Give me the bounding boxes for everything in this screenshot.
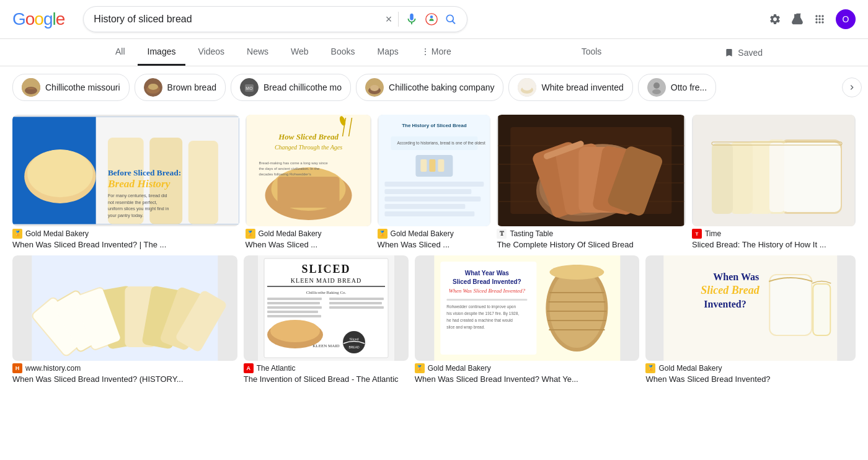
user-avatar[interactable]: O bbox=[836, 9, 856, 29]
chip-label: Chillicothe baking company bbox=[389, 82, 494, 92]
chip-thumb-img bbox=[22, 78, 40, 97]
tab-videos[interactable]: Videos bbox=[188, 39, 234, 66]
svg-rect-25 bbox=[188, 141, 218, 224]
chip-brown-bread[interactable]: Brown bread bbox=[135, 74, 226, 101]
chip-white-bread[interactable]: White bread invented bbox=[508, 74, 632, 101]
image-card-2[interactable]: How Sliced Bread Changed Through the Age… bbox=[246, 115, 371, 249]
divider bbox=[398, 12, 399, 27]
image-row-1: Before Sliced Bread: Bread History For m… bbox=[12, 115, 856, 249]
card-2-title: When Was Sliced ... bbox=[246, 240, 371, 249]
card-5-source: T Time bbox=[692, 229, 856, 239]
svg-rect-104 bbox=[329, 302, 382, 304]
svg-text:When Was Sliced Bread Invented: When Was Sliced Bread Invented? bbox=[448, 288, 525, 294]
image-card-4[interactable]: 𝕋 Tasting Table The Complete History Of … bbox=[497, 115, 686, 249]
svg-text:MO: MO bbox=[246, 86, 253, 91]
labs-button[interactable] bbox=[791, 13, 804, 25]
svg-text:According to historians, bread: According to historians, bread is one of… bbox=[397, 141, 485, 146]
card-image-5 bbox=[692, 115, 856, 226]
card-9-title: When Was Sliced Bread Invented? bbox=[645, 374, 856, 384]
search-input[interactable] bbox=[94, 14, 379, 25]
source-icon-3: 🏅 bbox=[378, 229, 388, 239]
image-card-6[interactable]: H www.history.com When Was Sliced Bread … bbox=[12, 255, 237, 384]
card-image-2: How Sliced Bread Changed Through the Age… bbox=[246, 115, 371, 226]
svg-rect-56 bbox=[384, 211, 474, 216]
image-card-8[interactable]: What Year Was Sliced Bread Invented? Whe… bbox=[415, 255, 640, 384]
tab-news[interactable]: News bbox=[237, 39, 278, 66]
tab-more[interactable]: ⋮ More bbox=[411, 39, 461, 66]
settings-button[interactable] bbox=[769, 13, 781, 25]
svg-point-18 bbox=[652, 89, 661, 94]
svg-rect-52 bbox=[384, 182, 484, 187]
source-name-9: Gold Medal Bakery bbox=[658, 364, 722, 373]
chip-label: Otto fre... bbox=[671, 82, 707, 92]
svg-rect-55 bbox=[384, 204, 465, 209]
image-grid: Before Sliced Bread: Bread History For m… bbox=[0, 108, 868, 390]
clear-icon[interactable]: × bbox=[386, 13, 392, 26]
source-name-8: Gold Medal Bakery bbox=[428, 364, 491, 373]
svg-text:How Sliced Bread: How Sliced Bread bbox=[278, 132, 339, 141]
source-name-1: Gold Medal Bakery bbox=[25, 229, 89, 238]
google-logo[interactable]: Google bbox=[12, 9, 64, 29]
chevron-right-icon bbox=[847, 82, 857, 92]
svg-point-123 bbox=[549, 268, 604, 348]
tab-images[interactable]: Images bbox=[138, 39, 186, 66]
chip-otto[interactable]: Otto fre... bbox=[638, 74, 716, 101]
tab-books[interactable]: Books bbox=[321, 39, 365, 66]
svg-text:decades following Rohwedder's: decades following Rohwedder's bbox=[259, 172, 311, 176]
svg-rect-102 bbox=[267, 315, 321, 317]
svg-rect-49 bbox=[420, 159, 427, 172]
svg-text:The History of Sliced Bread: The History of Sliced Bread bbox=[402, 123, 467, 128]
svg-point-12 bbox=[370, 85, 379, 91]
card-3-title: When Was Sliced ... bbox=[378, 240, 491, 249]
card-3-source: 🏅 Gold Medal Bakery bbox=[378, 229, 491, 239]
source-icon-4: 𝕋 bbox=[497, 229, 507, 239]
tab-web[interactable]: Web bbox=[281, 39, 319, 66]
chips-scroll-right[interactable] bbox=[842, 77, 862, 97]
svg-point-107 bbox=[270, 320, 320, 342]
mic-icon bbox=[405, 12, 418, 26]
tab-maps[interactable]: Maps bbox=[368, 39, 409, 66]
svg-rect-137 bbox=[814, 285, 830, 335]
bookmark-icon bbox=[724, 48, 734, 58]
card-8-source: 🏅 Gold Medal Bakery bbox=[415, 363, 640, 373]
search-button[interactable] bbox=[445, 13, 457, 25]
card-2-source: 🏅 Gold Medal Bakery bbox=[246, 229, 371, 239]
apps-button[interactable] bbox=[813, 13, 826, 25]
source-name-3: Gold Medal Bakery bbox=[391, 229, 454, 238]
svg-text:BREAD: BREAD bbox=[348, 345, 360, 349]
tab-saved[interactable]: Saved bbox=[724, 40, 763, 65]
chip-thumb-brown-bread bbox=[144, 78, 162, 97]
image-row-2: H www.history.com When Was Sliced Bread … bbox=[12, 255, 856, 384]
svg-point-1 bbox=[430, 15, 433, 19]
card-1-title: When Was Sliced Bread Invented? | The ..… bbox=[12, 240, 239, 249]
svg-text:not resemble the perfect,: not resemble the perfect, bbox=[108, 200, 157, 205]
chip-chillicothe-baking[interactable]: Chillicothe baking company bbox=[356, 74, 503, 101]
header: Google × bbox=[0, 0, 868, 39]
card-5-title: Sliced Bread: The History of How It ... bbox=[692, 240, 856, 249]
image-card-5[interactable]: T Time Sliced Bread: The History of How … bbox=[692, 115, 856, 249]
card-6-title: When Was Sliced Bread Invented? (HISTORY… bbox=[12, 374, 237, 384]
image-card-1[interactable]: Before Sliced Bread: Bread History For m… bbox=[12, 115, 239, 249]
lens-button[interactable] bbox=[425, 12, 438, 26]
source-name-7: The Atlantic bbox=[257, 364, 296, 373]
image-card-9[interactable]: When Was Sliced Bread Invented? bbox=[645, 255, 856, 384]
svg-text:the days of ancient civilizati: the days of ancient civilization. In the bbox=[259, 167, 319, 170]
svg-text:Changed Through the Ages: Changed Through the Ages bbox=[274, 144, 342, 151]
chip-bread-chillicothe[interactable]: MO Bread chillicothe mo bbox=[231, 74, 351, 101]
chip-chillicothe-missouri[interactable]: Chillicothe missouri bbox=[12, 74, 130, 101]
labs-icon bbox=[791, 13, 804, 25]
svg-text:When Was: When Was bbox=[714, 272, 760, 282]
image-card-3[interactable]: The History of Sliced Bread According to… bbox=[378, 115, 491, 249]
filter-chips: Chillicothe missouri Brown bread MO Brea… bbox=[0, 66, 868, 108]
card-image-3: The History of Sliced Bread According to… bbox=[378, 115, 491, 226]
tab-all[interactable]: All bbox=[105, 39, 135, 66]
svg-text:SLICED: SLICED bbox=[301, 263, 350, 275]
mic-button[interactable] bbox=[405, 12, 418, 26]
tab-tools[interactable]: Tools bbox=[572, 39, 612, 66]
svg-rect-51 bbox=[438, 159, 444, 172]
card-image-9: When Was Sliced Bread Invented? bbox=[645, 255, 856, 361]
image-card-7[interactable]: SLICED KLEEN MAID BREAD Chillicothe Baki… bbox=[244, 255, 409, 384]
card-7-source: A The Atlantic bbox=[244, 363, 409, 373]
source-icon-5: T bbox=[692, 229, 702, 239]
lens-icon bbox=[425, 12, 438, 26]
